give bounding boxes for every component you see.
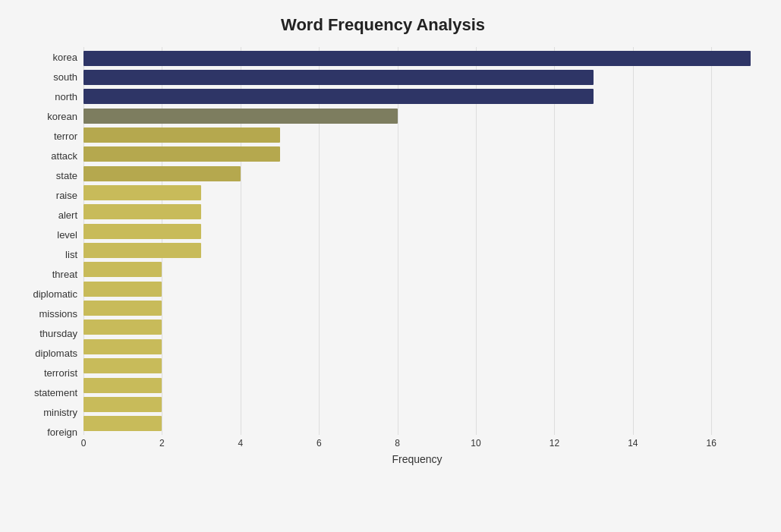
bar-row <box>83 415 751 432</box>
bar-row <box>83 50 751 67</box>
bar-row <box>83 300 751 316</box>
x-tick-label: 6 <box>316 438 322 449</box>
bars-area <box>83 47 751 435</box>
bar <box>83 51 751 66</box>
bar-row <box>83 88 751 105</box>
bar-row <box>83 281 751 297</box>
y-label: ministry <box>43 403 77 423</box>
bar-row <box>83 165 751 182</box>
y-label: north <box>55 87 77 106</box>
bar <box>83 262 162 277</box>
bar <box>83 185 201 200</box>
bar <box>83 204 201 219</box>
x-bottom: 0246810121416 Frequency <box>83 435 751 465</box>
y-label: terrorist <box>44 364 77 383</box>
x-tick-label: 14 <box>628 438 638 449</box>
x-tick-label: 0 <box>81 438 87 449</box>
bar-row <box>83 357 751 374</box>
bar-row <box>83 261 751 278</box>
bar <box>83 397 162 412</box>
y-label: korea <box>52 47 77 67</box>
x-tick-label: 12 <box>550 438 559 449</box>
bar-row <box>83 108 751 124</box>
bar-row <box>83 146 751 162</box>
y-label: threat <box>52 265 77 285</box>
bar-row <box>83 223 751 240</box>
y-label: korean <box>47 106 77 126</box>
y-label: alert <box>58 205 77 225</box>
bar <box>83 127 280 143</box>
bar <box>83 320 162 335</box>
y-label: thursday <box>39 324 77 344</box>
bar-row <box>83 242 751 259</box>
y-label: statement <box>34 383 77 403</box>
bars-and-x: 0246810121416 Frequency <box>83 47 751 465</box>
bar <box>83 70 594 85</box>
y-axis-labels: koreasouthnorthkoreanterrorattackstatera… <box>15 47 83 465</box>
x-tick-label: 8 <box>395 438 400 449</box>
bar-row <box>83 377 751 394</box>
bar <box>83 166 241 181</box>
bar <box>83 224 201 239</box>
y-label: level <box>57 225 77 244</box>
x-tick-label: 16 <box>707 438 716 449</box>
bar-row <box>83 338 751 355</box>
y-label: terror <box>54 126 77 146</box>
bar-row <box>83 184 751 201</box>
bar <box>83 89 594 104</box>
chart-area: koreasouthnorthkoreanterrorattackstatera… <box>15 47 751 465</box>
bar <box>83 416 162 431</box>
bar <box>83 358 162 373</box>
bar <box>83 339 162 354</box>
y-label: foreign <box>47 423 77 442</box>
y-label: raise <box>56 185 77 205</box>
y-label: diplomatic <box>33 285 77 304</box>
chart-container: Word Frequency Analysis koreasouthnorthk… <box>0 0 781 532</box>
y-label: attack <box>51 146 77 165</box>
bar <box>83 301 162 316</box>
bar <box>83 378 162 393</box>
x-tick-label: 2 <box>159 438 165 449</box>
bar-row <box>83 319 751 335</box>
x-axis-title: Frequency <box>83 452 751 465</box>
bar-row <box>83 127 751 143</box>
x-axis-labels: 0246810121416 <box>83 435 751 450</box>
chart-title: Word Frequency Analysis <box>15 15 751 35</box>
x-tick-label: 10 <box>471 438 480 449</box>
bar-row <box>83 203 751 220</box>
y-label: state <box>56 165 77 185</box>
bar <box>83 109 398 124</box>
y-label: south <box>53 67 77 87</box>
bar-row <box>83 69 751 86</box>
x-axis: 0246810121416 <box>83 435 751 452</box>
y-label: list <box>65 244 77 264</box>
bar <box>83 146 280 162</box>
bars-wrapper <box>83 47 751 435</box>
bar <box>83 282 162 297</box>
y-label: missions <box>39 304 77 324</box>
bar <box>83 243 201 258</box>
bar-row <box>83 396 751 413</box>
x-tick-label: 4 <box>238 438 243 449</box>
y-label: diplomats <box>35 344 77 364</box>
